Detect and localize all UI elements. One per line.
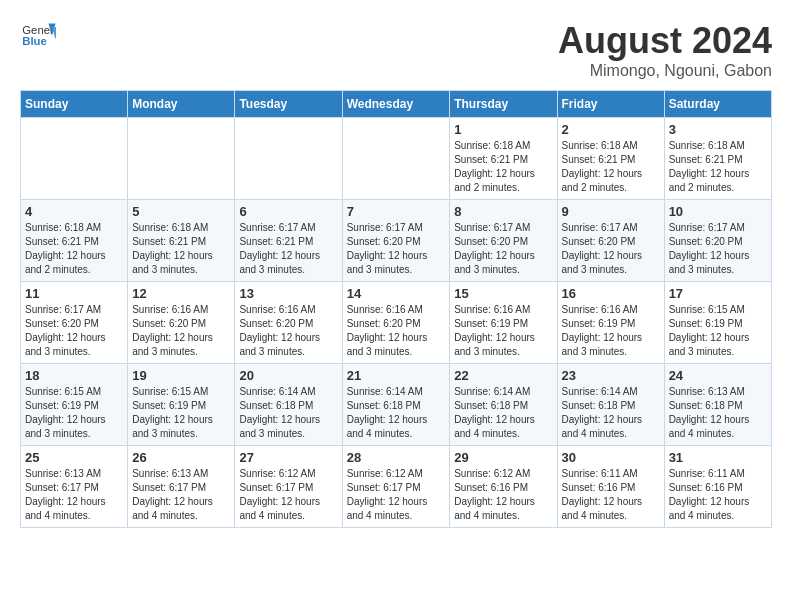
day-number: 5 [132, 204, 230, 219]
day-number: 4 [25, 204, 123, 219]
weekday-header-sunday: Sunday [21, 91, 128, 118]
day-info: Sunrise: 6:15 AM Sunset: 6:19 PM Dayligh… [25, 385, 123, 441]
day-number: 17 [669, 286, 767, 301]
weekday-header-monday: Monday [128, 91, 235, 118]
calendar-cell [21, 118, 128, 200]
page-header: General Blue August 2024 Mimongo, Ngouni… [20, 20, 772, 80]
calendar-cell: 26Sunrise: 6:13 AM Sunset: 6:17 PM Dayli… [128, 446, 235, 528]
day-number: 13 [239, 286, 337, 301]
calendar-cell: 22Sunrise: 6:14 AM Sunset: 6:18 PM Dayli… [450, 364, 557, 446]
day-info: Sunrise: 6:14 AM Sunset: 6:18 PM Dayligh… [347, 385, 446, 441]
day-info: Sunrise: 6:16 AM Sunset: 6:20 PM Dayligh… [132, 303, 230, 359]
calendar-cell: 24Sunrise: 6:13 AM Sunset: 6:18 PM Dayli… [664, 364, 771, 446]
day-number: 15 [454, 286, 552, 301]
calendar-cell: 15Sunrise: 6:16 AM Sunset: 6:19 PM Dayli… [450, 282, 557, 364]
day-info: Sunrise: 6:11 AM Sunset: 6:16 PM Dayligh… [562, 467, 660, 523]
calendar-cell: 30Sunrise: 6:11 AM Sunset: 6:16 PM Dayli… [557, 446, 664, 528]
calendar-cell: 27Sunrise: 6:12 AM Sunset: 6:17 PM Dayli… [235, 446, 342, 528]
day-info: Sunrise: 6:18 AM Sunset: 6:21 PM Dayligh… [25, 221, 123, 277]
calendar-week-2: 4Sunrise: 6:18 AM Sunset: 6:21 PM Daylig… [21, 200, 772, 282]
day-info: Sunrise: 6:14 AM Sunset: 6:18 PM Dayligh… [562, 385, 660, 441]
calendar-cell: 13Sunrise: 6:16 AM Sunset: 6:20 PM Dayli… [235, 282, 342, 364]
day-info: Sunrise: 6:17 AM Sunset: 6:20 PM Dayligh… [25, 303, 123, 359]
day-info: Sunrise: 6:17 AM Sunset: 6:20 PM Dayligh… [562, 221, 660, 277]
day-number: 23 [562, 368, 660, 383]
calendar-cell: 11Sunrise: 6:17 AM Sunset: 6:20 PM Dayli… [21, 282, 128, 364]
day-info: Sunrise: 6:17 AM Sunset: 6:20 PM Dayligh… [347, 221, 446, 277]
calendar-cell: 19Sunrise: 6:15 AM Sunset: 6:19 PM Dayli… [128, 364, 235, 446]
subtitle: Mimongo, Ngouni, Gabon [558, 62, 772, 80]
day-info: Sunrise: 6:17 AM Sunset: 6:21 PM Dayligh… [239, 221, 337, 277]
calendar-header: SundayMondayTuesdayWednesdayThursdayFrid… [21, 91, 772, 118]
day-number: 7 [347, 204, 446, 219]
calendar-cell: 4Sunrise: 6:18 AM Sunset: 6:21 PM Daylig… [21, 200, 128, 282]
calendar-cell [342, 118, 450, 200]
calendar-cell: 28Sunrise: 6:12 AM Sunset: 6:17 PM Dayli… [342, 446, 450, 528]
day-info: Sunrise: 6:16 AM Sunset: 6:20 PM Dayligh… [239, 303, 337, 359]
calendar-cell: 16Sunrise: 6:16 AM Sunset: 6:19 PM Dayli… [557, 282, 664, 364]
calendar-table: SundayMondayTuesdayWednesdayThursdayFrid… [20, 90, 772, 528]
day-info: Sunrise: 6:18 AM Sunset: 6:21 PM Dayligh… [669, 139, 767, 195]
calendar-week-4: 18Sunrise: 6:15 AM Sunset: 6:19 PM Dayli… [21, 364, 772, 446]
day-number: 22 [454, 368, 552, 383]
calendar-week-5: 25Sunrise: 6:13 AM Sunset: 6:17 PM Dayli… [21, 446, 772, 528]
day-info: Sunrise: 6:14 AM Sunset: 6:18 PM Dayligh… [454, 385, 552, 441]
day-number: 27 [239, 450, 337, 465]
calendar-cell: 31Sunrise: 6:11 AM Sunset: 6:16 PM Dayli… [664, 446, 771, 528]
calendar-cell: 9Sunrise: 6:17 AM Sunset: 6:20 PM Daylig… [557, 200, 664, 282]
day-number: 26 [132, 450, 230, 465]
calendar-cell: 3Sunrise: 6:18 AM Sunset: 6:21 PM Daylig… [664, 118, 771, 200]
main-title: August 2024 [558, 20, 772, 62]
weekday-header-tuesday: Tuesday [235, 91, 342, 118]
day-info: Sunrise: 6:12 AM Sunset: 6:17 PM Dayligh… [347, 467, 446, 523]
day-number: 6 [239, 204, 337, 219]
calendar-week-3: 11Sunrise: 6:17 AM Sunset: 6:20 PM Dayli… [21, 282, 772, 364]
day-info: Sunrise: 6:17 AM Sunset: 6:20 PM Dayligh… [669, 221, 767, 277]
weekday-header-friday: Friday [557, 91, 664, 118]
calendar-cell [128, 118, 235, 200]
day-number: 24 [669, 368, 767, 383]
day-info: Sunrise: 6:18 AM Sunset: 6:21 PM Dayligh… [562, 139, 660, 195]
day-number: 11 [25, 286, 123, 301]
day-number: 25 [25, 450, 123, 465]
logo-icon: General Blue [20, 20, 56, 48]
day-number: 10 [669, 204, 767, 219]
svg-text:Blue: Blue [22, 35, 47, 47]
weekday-header-wednesday: Wednesday [342, 91, 450, 118]
calendar-cell [235, 118, 342, 200]
day-number: 1 [454, 122, 552, 137]
day-info: Sunrise: 6:18 AM Sunset: 6:21 PM Dayligh… [454, 139, 552, 195]
day-number: 3 [669, 122, 767, 137]
day-info: Sunrise: 6:11 AM Sunset: 6:16 PM Dayligh… [669, 467, 767, 523]
day-info: Sunrise: 6:12 AM Sunset: 6:17 PM Dayligh… [239, 467, 337, 523]
calendar-cell: 6Sunrise: 6:17 AM Sunset: 6:21 PM Daylig… [235, 200, 342, 282]
day-number: 31 [669, 450, 767, 465]
title-section: August 2024 Mimongo, Ngouni, Gabon [558, 20, 772, 80]
calendar-cell: 12Sunrise: 6:16 AM Sunset: 6:20 PM Dayli… [128, 282, 235, 364]
day-info: Sunrise: 6:14 AM Sunset: 6:18 PM Dayligh… [239, 385, 337, 441]
calendar-cell: 2Sunrise: 6:18 AM Sunset: 6:21 PM Daylig… [557, 118, 664, 200]
weekday-header-row: SundayMondayTuesdayWednesdayThursdayFrid… [21, 91, 772, 118]
calendar-week-1: 1Sunrise: 6:18 AM Sunset: 6:21 PM Daylig… [21, 118, 772, 200]
day-info: Sunrise: 6:13 AM Sunset: 6:18 PM Dayligh… [669, 385, 767, 441]
day-info: Sunrise: 6:15 AM Sunset: 6:19 PM Dayligh… [669, 303, 767, 359]
calendar-cell: 20Sunrise: 6:14 AM Sunset: 6:18 PM Dayli… [235, 364, 342, 446]
calendar-cell: 8Sunrise: 6:17 AM Sunset: 6:20 PM Daylig… [450, 200, 557, 282]
day-number: 29 [454, 450, 552, 465]
day-number: 18 [25, 368, 123, 383]
day-number: 21 [347, 368, 446, 383]
day-number: 14 [347, 286, 446, 301]
day-info: Sunrise: 6:18 AM Sunset: 6:21 PM Dayligh… [132, 221, 230, 277]
calendar-cell: 21Sunrise: 6:14 AM Sunset: 6:18 PM Dayli… [342, 364, 450, 446]
calendar-cell: 14Sunrise: 6:16 AM Sunset: 6:20 PM Dayli… [342, 282, 450, 364]
day-info: Sunrise: 6:16 AM Sunset: 6:19 PM Dayligh… [454, 303, 552, 359]
calendar-cell: 7Sunrise: 6:17 AM Sunset: 6:20 PM Daylig… [342, 200, 450, 282]
calendar-cell: 5Sunrise: 6:18 AM Sunset: 6:21 PM Daylig… [128, 200, 235, 282]
day-number: 9 [562, 204, 660, 219]
day-info: Sunrise: 6:15 AM Sunset: 6:19 PM Dayligh… [132, 385, 230, 441]
calendar-cell: 29Sunrise: 6:12 AM Sunset: 6:16 PM Dayli… [450, 446, 557, 528]
day-info: Sunrise: 6:16 AM Sunset: 6:19 PM Dayligh… [562, 303, 660, 359]
calendar-cell: 23Sunrise: 6:14 AM Sunset: 6:18 PM Dayli… [557, 364, 664, 446]
weekday-header-thursday: Thursday [450, 91, 557, 118]
day-info: Sunrise: 6:17 AM Sunset: 6:20 PM Dayligh… [454, 221, 552, 277]
